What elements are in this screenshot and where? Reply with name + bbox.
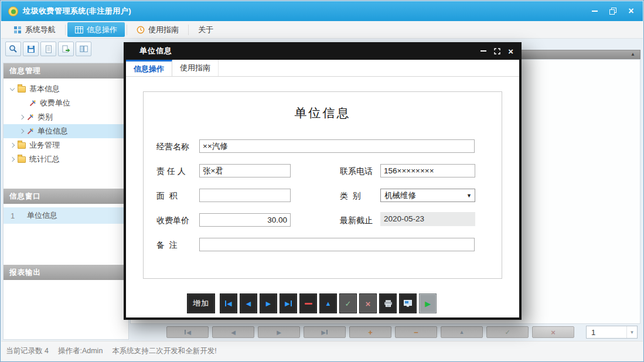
principal-input[interactable] [199,164,291,177]
printer-icon [384,300,393,308]
nav-first-button[interactable]: ◀ [166,326,209,338]
delete-record-button[interactable] [299,293,317,313]
menu-item-info-operations[interactable]: 信息操作 [67,22,125,37]
item-icon [27,128,34,135]
chevron-right-icon[interactable] [10,157,15,162]
add-record-button[interactable]: 增加 [187,293,215,313]
restore-button[interactable] [608,6,618,16]
print-button[interactable] [379,293,397,313]
screen-icon [404,300,412,307]
tree-item-category[interactable]: 类别 [4,110,128,124]
chevron-right-icon[interactable] [19,129,24,134]
nav-prev-button[interactable]: ◀ [212,326,254,338]
run-button[interactable]: ▶ [419,293,437,313]
list-item[interactable]: 1 单位信息 [4,207,128,224]
nav-add-button[interactable]: + [349,326,391,338]
save-icon [27,45,35,53]
collapse-arrow-icon[interactable]: ▲ [631,52,635,57]
menu-label: 信息操作 [87,25,117,35]
menu-label: 关于 [198,25,213,35]
business-name-input[interactable] [199,139,475,153]
last-record-button[interactable]: ▶ [280,293,297,313]
list-item-index: 1 [4,211,27,220]
category-select[interactable]: 机械维修 ▼ [380,189,475,202]
minus-icon: − [414,328,418,337]
folder-icon [18,156,26,163]
dropdown-caret-icon[interactable]: ▼ [626,326,637,338]
item-icon [27,114,34,121]
menu-label: 系统导航 [25,25,56,35]
preview-button[interactable] [399,293,417,313]
area-input[interactable] [199,189,291,202]
tree-item-label: 统计汇总 [29,154,60,165]
dialog-titlebar: 单位信息 × [124,42,522,60]
chevron-right-icon[interactable] [19,115,24,119]
section-header-info-manage: 信息管理 [4,63,128,78]
toolbar [5,42,91,56]
window-title: 垃圾收费管理系统(非注册用户) [23,6,131,16]
folder-icon [18,86,26,93]
tree-item-label: 基本信息 [29,84,60,94]
tree-item-basic-info[interactable]: 基本信息 [4,82,128,96]
split-view-button[interactable] [76,42,91,56]
dialog-title: 单位信息 [139,46,172,56]
search-button[interactable] [5,42,21,56]
last-bar-icon [326,330,328,334]
area-label: 面 积 [156,189,178,203]
nav-collapse-button[interactable]: ▲ [441,326,483,338]
remark-label: 备 注 [156,238,178,252]
first-record-button[interactable]: ◀ [220,293,237,313]
tree-item-label: 单位信息 [38,126,68,136]
menu-divider [65,25,66,35]
list-item-label: 单位信息 [27,210,57,221]
tree-item-unit-info[interactable]: 单位信息 [4,124,128,138]
chevron-down-icon[interactable] [10,86,15,90]
dialog-maximize-button[interactable] [494,48,500,54]
form-title: 单位信息 [144,105,502,121]
prev-arrow-icon: ◀ [186,329,191,336]
record-navigator: ◀ ◀ ▶ ▶ + − ▲ ✓ × [166,326,574,338]
status-message: 本系统支持二次开发和全新开发! [112,346,216,356]
chevron-right-icon[interactable] [10,143,15,148]
collapse-record-button[interactable]: ▲ [319,293,337,313]
prev-record-button[interactable]: ◀ [240,293,257,313]
menu-item-user-guide[interactable]: 使用指南 [129,22,186,37]
nav-next-button[interactable]: ▶ [258,326,300,338]
remark-input[interactable] [199,238,475,251]
tab-user-guide[interactable]: 使用指南 [172,60,219,76]
record-page-value: 1 [587,326,626,338]
save-button[interactable] [23,42,39,56]
first-bar-icon [225,300,226,306]
up-triangle-icon: ▲ [325,300,332,307]
tree-item-statistics[interactable]: 统计汇总 [4,152,128,166]
confirm-button[interactable]: ✓ [339,293,357,313]
x-icon: × [551,328,556,337]
record-page-spinner[interactable]: 1 ▼ [586,326,638,339]
nav-last-button[interactable]: ▶ [304,326,346,338]
dialog-close-button[interactable]: × [508,47,513,56]
document-icon [45,45,53,53]
plus-icon: + [368,328,373,337]
play-icon: ▶ [425,299,431,308]
tree-item-fee-unit[interactable]: 收费单位 [4,96,128,110]
dialog-minimize-button[interactable] [481,50,486,52]
cancel-button[interactable]: × [359,293,377,313]
up-triangle-icon: ▲ [459,329,465,335]
export-button[interactable] [58,42,74,56]
window-controls: × [590,6,636,16]
menu-item-system-nav[interactable]: 系统导航 [6,22,63,37]
phone-input[interactable] [380,164,475,177]
document-button[interactable] [40,42,56,56]
section-header-report-output: 报表输出 [4,265,128,280]
phone-label: 联系电话 [340,164,373,178]
minimize-button[interactable] [590,6,599,16]
nav-cancel-button[interactable]: × [532,326,574,338]
next-record-button[interactable]: ▶ [260,293,277,313]
tab-info-operations[interactable]: 信息操作 [126,60,172,76]
unit-price-input[interactable] [199,213,291,227]
tree-item-business-manage[interactable]: 业务管理 [4,138,128,152]
nav-delete-button[interactable]: − [395,326,437,338]
close-button[interactable]: × [626,6,636,16]
nav-confirm-button[interactable]: ✓ [486,326,529,338]
menu-item-about[interactable]: 关于 [190,22,221,37]
